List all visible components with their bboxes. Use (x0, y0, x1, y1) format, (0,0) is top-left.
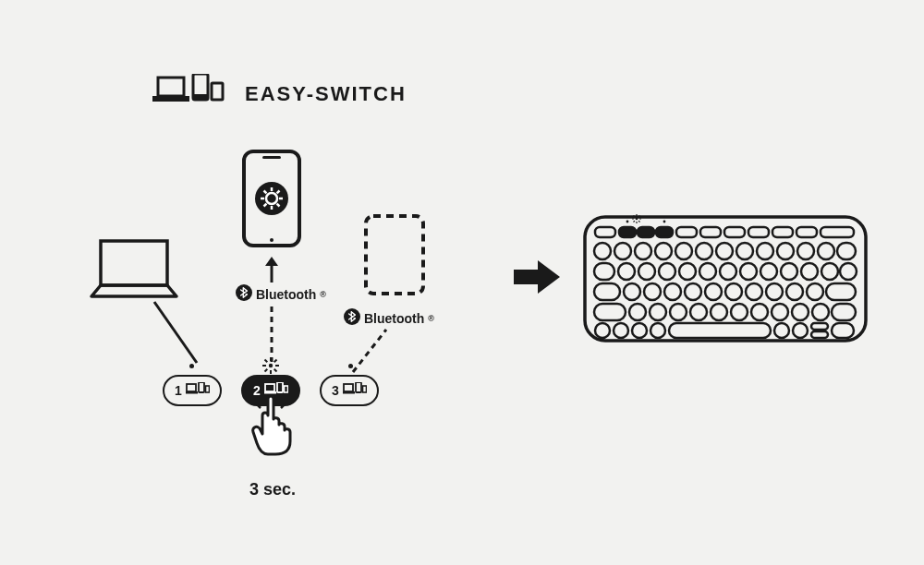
svg-point-92 (679, 263, 696, 280)
svg-line-36 (274, 360, 277, 363)
svg-rect-61 (772, 227, 793, 237)
led-dot-3 (348, 364, 353, 368)
svg-rect-55 (638, 227, 654, 237)
svg-point-97 (781, 263, 797, 280)
keyboard-icon (582, 214, 869, 347)
svg-point-100 (840, 263, 857, 280)
svg-line-27 (353, 330, 386, 372)
svg-point-107 (725, 283, 742, 300)
svg-rect-46 (343, 391, 355, 394)
devices-small-icon (186, 382, 210, 400)
svg-point-111 (807, 283, 823, 300)
svg-point-86 (818, 243, 834, 259)
svg-point-93 (699, 263, 716, 280)
svg-point-90 (638, 263, 655, 280)
svg-rect-39 (199, 382, 204, 392)
svg-point-115 (650, 304, 666, 320)
svg-point-8 (255, 182, 288, 215)
svg-point-28 (269, 364, 273, 367)
svg-rect-44 (284, 386, 287, 392)
svg-point-73 (626, 221, 629, 223)
svg-rect-20 (101, 241, 167, 285)
svg-rect-88 (594, 263, 614, 280)
svg-point-75 (594, 243, 611, 259)
svg-rect-38 (186, 391, 198, 394)
connector-line-1 (152, 300, 199, 368)
svg-point-79 (675, 243, 692, 259)
svg-point-121 (772, 304, 788, 320)
svg-line-34 (274, 369, 277, 372)
svg-point-84 (777, 243, 794, 259)
svg-point-130 (774, 323, 789, 338)
svg-rect-58 (700, 227, 721, 237)
svg-line-35 (265, 369, 268, 372)
title-row: EASY-SWITCH (152, 74, 407, 114)
easy-switch-diagram: EASY-SWITCH (0, 0, 924, 565)
svg-rect-43 (277, 382, 283, 392)
svg-rect-54 (619, 227, 636, 237)
svg-point-126 (614, 323, 628, 338)
bluetooth-label-2: Bluetooth® (344, 308, 434, 328)
svg-point-125 (595, 323, 610, 338)
svg-point-89 (618, 263, 635, 280)
led-dot-1 (189, 364, 194, 368)
svg-point-82 (736, 243, 753, 259)
svg-point-81 (716, 243, 733, 259)
easy-switch-key-3[interactable]: 3 (320, 375, 379, 406)
svg-point-110 (786, 283, 803, 300)
svg-point-117 (690, 304, 707, 320)
svg-point-114 (629, 304, 646, 320)
svg-point-91 (659, 263, 675, 280)
svg-rect-63 (821, 227, 854, 237)
svg-rect-56 (656, 227, 673, 237)
page-title: EASY-SWITCH (245, 82, 407, 106)
bluetooth-icon (344, 308, 360, 328)
svg-line-33 (265, 360, 268, 363)
svg-point-83 (757, 243, 773, 259)
svg-point-76 (614, 243, 631, 259)
devices-small-icon (343, 382, 367, 400)
svg-point-103 (644, 283, 661, 300)
arrow-up-icon (262, 257, 281, 286)
bluetooth-label-1: Bluetooth® (236, 284, 326, 304)
svg-line-50 (281, 403, 286, 408)
svg-rect-25 (366, 216, 423, 294)
svg-rect-48 (362, 386, 366, 392)
svg-point-80 (696, 243, 712, 259)
easy-switch-key-1[interactable]: 1 (163, 375, 222, 406)
svg-point-106 (705, 283, 722, 300)
svg-point-119 (731, 304, 748, 320)
svg-rect-37 (187, 384, 196, 391)
svg-rect-41 (265, 384, 274, 391)
svg-point-99 (821, 263, 838, 280)
svg-line-49 (255, 403, 261, 408)
svg-rect-124 (832, 304, 856, 320)
svg-point-6 (270, 238, 274, 242)
svg-point-78 (655, 243, 672, 259)
svg-rect-0 (158, 78, 184, 96)
svg-rect-1 (152, 96, 189, 102)
svg-rect-112 (826, 283, 856, 300)
svg-rect-87 (837, 243, 856, 259)
svg-rect-132 (811, 323, 828, 330)
svg-rect-47 (356, 382, 361, 392)
svg-point-105 (685, 283, 701, 300)
svg-rect-45 (344, 384, 353, 391)
devices-icon (152, 74, 226, 114)
connector-dashed-3 (351, 328, 388, 378)
svg-point-64 (636, 218, 638, 221)
svg-rect-3 (193, 94, 208, 100)
svg-line-70 (638, 221, 639, 222)
svg-point-96 (760, 263, 777, 280)
svg-point-102 (624, 283, 640, 300)
svg-point-123 (812, 304, 829, 320)
svg-rect-134 (832, 323, 854, 338)
svg-rect-101 (594, 283, 620, 300)
svg-rect-62 (796, 227, 817, 237)
svg-point-85 (797, 243, 814, 259)
svg-rect-113 (594, 304, 626, 320)
svg-line-71 (634, 221, 635, 222)
dashed-device-icon (362, 212, 427, 301)
svg-point-118 (711, 304, 727, 320)
svg-point-131 (793, 323, 808, 338)
